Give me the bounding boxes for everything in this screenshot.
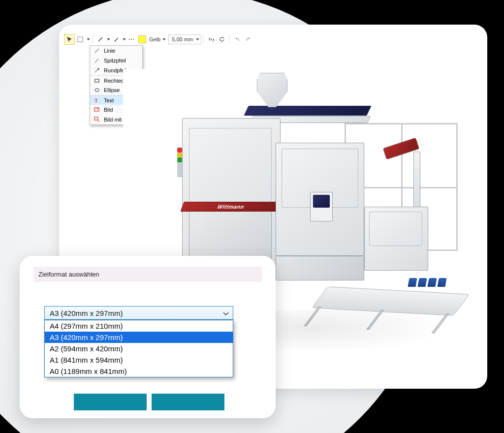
format-option-label: A4 (297mm x 210mm) — [50, 322, 123, 330]
chevron-down-icon — [223, 309, 229, 317]
redo-button[interactable] — [243, 34, 253, 45]
link-tool[interactable] — [206, 34, 217, 45]
svg-line-4 — [95, 59, 98, 62]
line-icon — [93, 47, 101, 55]
format-option[interactable]: A1 (841mm x 594mm) — [45, 354, 233, 366]
menu-item-linie[interactable]: Linie — [90, 46, 142, 56]
signal-light — [177, 148, 182, 177]
svg-rect-7 — [95, 79, 99, 82]
svg-line-13 — [97, 120, 99, 122]
gantry-bar — [244, 106, 371, 116]
format-select-value: A3 (420mm x 297mm) — [50, 309, 123, 317]
svg-rect-10 — [94, 108, 99, 111]
format-option[interactable]: A2 (594mm x 420mm) — [45, 343, 233, 354]
format-option-label: A2 (594mm x 420mm) — [50, 344, 123, 353]
svg-rect-0 — [78, 37, 83, 42]
cabinet-left-panel — [189, 211, 272, 260]
conveyor-parts — [408, 278, 446, 287]
brand-label: Wittmann — [217, 204, 245, 210]
pointer-tool[interactable] — [64, 34, 75, 45]
image-icon — [93, 106, 101, 114]
separator — [93, 35, 93, 44]
svg-point-8 — [95, 89, 99, 92]
format-option-label: A0 (1189mm x 841mm) — [50, 367, 127, 375]
menu-item-label: Spitzpfeil — [104, 58, 126, 63]
marquee-tool-dropdown[interactable] — [86, 34, 91, 45]
shape-tool-dropdown[interactable] — [106, 34, 111, 45]
format-option[interactable]: A0 (1189mm x 841mm) — [45, 366, 233, 377]
shape-tool[interactable] — [95, 34, 106, 45]
format-select-listbox: A4 (297mm x 210mm) A3 (420mm x 297mm) A2… — [44, 320, 233, 377]
enclosure-window — [369, 212, 422, 246]
menu-item-spitzpfeil[interactable]: Spitzpfeil — [90, 56, 142, 65]
format-option-label: A3 (420mm x 297mm) — [50, 333, 123, 341]
text-icon: T — [93, 96, 101, 104]
line-style-tool[interactable] — [126, 34, 137, 45]
color-swatch[interactable] — [138, 35, 146, 43]
stroke-size-dropdown[interactable] — [195, 34, 200, 45]
svg-point-6 — [97, 68, 99, 69]
cabinet-left-window — [189, 128, 272, 207]
separator — [203, 35, 204, 44]
hopper — [257, 73, 287, 107]
image-arrow-icon — [93, 116, 101, 124]
round-arrow-icon — [93, 66, 101, 74]
undo-button[interactable] — [232, 34, 243, 45]
svg-line-1 — [98, 37, 102, 41]
stroke-size-value: 5,00 mm — [172, 36, 193, 42]
refresh-tool[interactable] — [217, 34, 227, 45]
color-label: Gelb — [148, 36, 161, 42]
format-option[interactable]: A4 (297mm x 210mm) — [45, 320, 233, 332]
format-option-label: A1 (841mm x 594mm) — [50, 356, 123, 364]
robot-column — [413, 152, 420, 211]
svg-line-3 — [95, 49, 99, 53]
svg-rect-12 — [94, 117, 98, 120]
stroke-size-field[interactable]: 5,00 mm — [168, 34, 201, 44]
brand-band: Wittmann — [180, 202, 281, 212]
format-option[interactable]: A3 (420mm x 297mm) — [45, 332, 233, 343]
svg-point-11 — [97, 108, 98, 109]
svg-text:T: T — [94, 97, 98, 103]
hmi-screen — [313, 195, 330, 208]
menu-item-label: Ellipse — [104, 87, 120, 93]
pen-tool[interactable] — [111, 34, 122, 45]
menu-item-label: Text — [104, 97, 114, 103]
toolbar: Gelb 5,00 mm — [64, 33, 253, 45]
menu-item-label: Linie — [104, 48, 115, 54]
pen-tool-dropdown[interactable] — [122, 34, 126, 45]
sharp-arrow-icon — [93, 57, 101, 64]
dialog-button-right[interactable] — [152, 394, 224, 410]
machine-base — [276, 256, 364, 280]
format-select[interactable]: A3 (420mm x 297mm) — [44, 306, 233, 320]
marquee-tool[interactable] — [75, 34, 86, 45]
dialog-button-left[interactable] — [74, 394, 147, 410]
ellipse-icon — [93, 86, 101, 94]
separator — [229, 35, 230, 44]
rectangle-icon — [93, 77, 101, 85]
menu-item-label: Bild — [104, 107, 113, 113]
color-dropdown[interactable] — [161, 34, 166, 45]
format-dialog-title: Zielformat auswählen — [33, 267, 262, 282]
